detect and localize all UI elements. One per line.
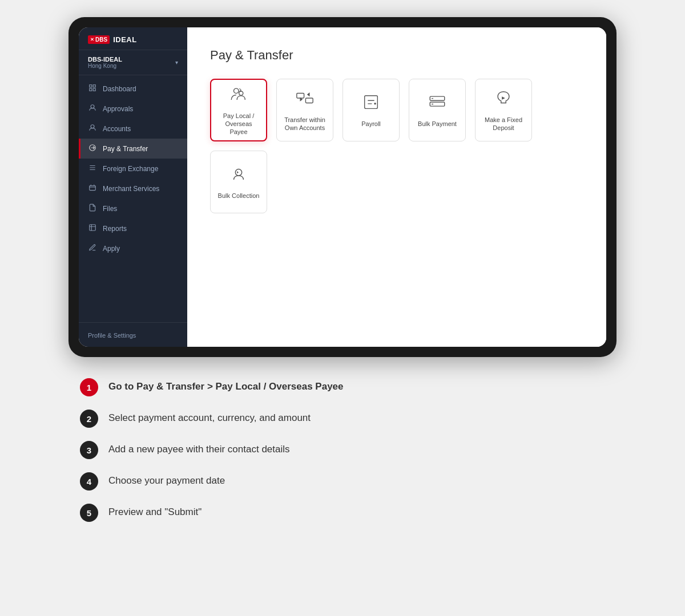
sidebar-item-accounts[interactable]: Accounts [79, 119, 187, 139]
step-badge-2: 2 [80, 410, 98, 428]
sidebar-item-apply[interactable]: Apply [79, 238, 187, 258]
instruction-step-3: 3 Add a new payee with their contact det… [80, 440, 605, 459]
instruction-text-5: Preview and "Submit" [108, 503, 202, 519]
instruction-text-3: Add a new payee with their contact detai… [108, 440, 290, 456]
card-pay-local[interactable]: Pay Local /Overseas Payee [210, 79, 267, 141]
svg-rect-8 [90, 225, 96, 231]
card-bulk-collection[interactable]: Bulk Collection [210, 151, 267, 213]
instructions-section: 1 Go to Pay & Transfer > Pay Local / Ove… [68, 378, 616, 534]
svg-point-19 [235, 169, 241, 175]
svg-rect-11 [297, 93, 304, 98]
step-badge-3: 3 [80, 441, 98, 459]
instruction-step-4: 4 Choose your payment date [80, 472, 605, 491]
card-label-fixed-deposit: Make a Fixed Deposit [480, 116, 527, 132]
step-badge-5: 5 [80, 504, 98, 522]
svg-rect-1 [93, 85, 95, 87]
svg-point-14 [374, 103, 376, 104]
chevron-down-icon: ▾ [175, 59, 178, 66]
instruction-step-2: 2 Select payment account, currency, and … [80, 409, 605, 428]
instruction-step-5: 5 Preview and "Submit" [80, 503, 605, 522]
card-icon-fixed-deposit [494, 88, 513, 110]
nav-label-accounts: Accounts [103, 125, 131, 133]
card-icon-transfer-own [295, 88, 315, 110]
svg-rect-7 [90, 186, 96, 191]
svg-rect-12 [305, 98, 313, 103]
nav-icon-reports [88, 224, 97, 233]
sidebar-nav: Dashboard Approvals Accounts Pay & Trans… [79, 75, 187, 322]
nav-icon-files [88, 204, 97, 213]
svg-rect-0 [90, 85, 92, 87]
card-label-bulk-collection: Bulk Collection [218, 192, 260, 200]
instruction-text-2: Select payment account, currency, and am… [108, 409, 311, 425]
nav-icon-foreign-exchange [88, 164, 97, 173]
nav-icon-pay-transfer [88, 144, 97, 153]
sidebar-item-foreign-exchange[interactable]: Foreign Exchange [79, 159, 187, 179]
nav-icon-dashboard [88, 84, 97, 94]
nav-icon-apply [88, 244, 97, 253]
nav-label-dashboard: Dashboard [103, 85, 136, 93]
svg-rect-3 [90, 88, 92, 91]
service-cards-grid: Pay Local /Overseas Payee Transfer withi… [210, 79, 583, 213]
card-icon-payroll [361, 92, 381, 114]
card-bulk-payment[interactable]: Bulk Payment [409, 79, 466, 141]
nav-icon-accounts [88, 124, 97, 133]
nav-label-pay-transfer: Pay & Transfer [103, 145, 148, 153]
nav-label-reports: Reports [103, 225, 127, 233]
sidebar-item-merchant-services[interactable]: Merchant Services [79, 179, 187, 198]
account-name: DBS-IDEAL [88, 56, 122, 63]
sidebar-item-pay-transfer[interactable]: Pay & Transfer [79, 139, 187, 159]
nav-label-files: Files [103, 205, 117, 213]
logo-x: ✕ [90, 37, 94, 42]
svg-point-5 [91, 125, 94, 128]
step-badge-4: 4 [80, 472, 98, 491]
sidebar-item-reports[interactable]: Reports [79, 218, 187, 238]
instruction-step-1: 1 Go to Pay & Transfer > Pay Local / Ove… [80, 378, 605, 396]
card-icon-pay-local [229, 84, 248, 106]
card-fixed-deposit[interactable]: Make a Fixed Deposit [475, 79, 532, 141]
card-payroll[interactable]: Payroll [342, 79, 400, 141]
nav-icon-merchant-services [88, 184, 97, 193]
svg-point-4 [91, 105, 94, 108]
sidebar-item-approvals[interactable]: Approvals [79, 99, 187, 119]
tablet-screen: ✕ DBS IDEAL DBS-IDEAL Hong Kong ▾ Dashbo… [79, 27, 606, 347]
card-label-pay-local: Pay Local /Overseas Payee [216, 112, 261, 136]
nav-label-approvals: Approvals [103, 105, 133, 113]
logo-dbs-text: DBS [95, 37, 107, 43]
svg-point-9 [234, 88, 239, 94]
account-selector[interactable]: DBS-IDEAL Hong Kong ▾ [79, 50, 187, 75]
app-logo: ✕ DBS IDEAL [79, 27, 187, 50]
tablet-device: ✕ DBS IDEAL DBS-IDEAL Hong Kong ▾ Dashbo… [68, 17, 616, 357]
ideal-text: IDEAL [113, 35, 137, 44]
sidebar-footer: Profile & Settings [79, 322, 187, 347]
card-label-bulk-payment: Bulk Payment [418, 120, 457, 128]
sidebar-item-dashboard[interactable]: Dashboard [79, 79, 187, 99]
dbs-logo: ✕ DBS [88, 35, 110, 44]
page-title: Pay & Transfer [210, 48, 583, 63]
sidebar-item-files[interactable]: Files [79, 198, 187, 218]
svg-rect-2 [93, 88, 95, 91]
account-info: DBS-IDEAL Hong Kong [88, 56, 122, 69]
step-badge-1: 1 [80, 378, 98, 396]
card-label-transfer-own: Transfer within Own Accounts [281, 116, 328, 132]
card-transfer-own[interactable]: Transfer within Own Accounts [276, 79, 333, 141]
nav-label-apply: Apply [103, 245, 120, 253]
nav-label-merchant-services: Merchant Services [103, 185, 159, 193]
sidebar: ✕ DBS IDEAL DBS-IDEAL Hong Kong ▾ Dashbo… [79, 27, 187, 347]
instruction-text-1: Go to Pay & Transfer > Pay Local / Overs… [108, 378, 344, 394]
account-region: Hong Kong [88, 63, 122, 69]
card-icon-bulk-collection [229, 164, 248, 186]
card-icon-bulk-payment [428, 92, 447, 114]
card-label-payroll: Payroll [361, 120, 381, 128]
nav-label-foreign-exchange: Foreign Exchange [103, 165, 158, 173]
nav-icon-approvals [88, 104, 97, 114]
profile-settings-link[interactable]: Profile & Settings [88, 332, 136, 339]
instruction-text-4: Choose your payment date [108, 472, 225, 488]
main-content: Pay & Transfer Pay Local /Overseas Payee… [187, 27, 606, 347]
svg-rect-13 [365, 96, 378, 109]
